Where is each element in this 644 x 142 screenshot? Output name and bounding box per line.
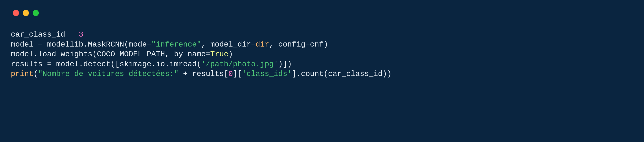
code-block: car_class_id = 3model = modellib.MaskRCN… [0, 20, 644, 79]
code-token [178, 70, 183, 78]
code-token: ) [228, 50, 233, 59]
code-token: '/path/photo.jpg' [201, 60, 278, 69]
code-token: cnf) [310, 40, 328, 49]
code-token: , model_dir [201, 40, 251, 49]
code-line: results = model.detect([skimage.io.imrea… [11, 59, 633, 69]
code-token: 0 [228, 70, 233, 78]
code-token: = [147, 40, 151, 49]
code-token [74, 30, 79, 39]
code-token: + [183, 70, 188, 78]
zoom-icon[interactable] [33, 10, 39, 16]
code-token: )]) [278, 60, 292, 69]
close-icon[interactable] [13, 10, 19, 16]
code-token: 3 [79, 30, 83, 39]
code-token: = [306, 40, 310, 49]
code-token: model.load_weights(COCO_MODEL_PATH, by_n… [11, 50, 206, 59]
code-token: = [251, 40, 256, 49]
code-window: car_class_id = 3model = modellib.MaskRCN… [0, 0, 644, 142]
code-token: = [47, 60, 52, 69]
code-line: car_class_id = 3 [11, 30, 633, 40]
minimize-icon[interactable] [23, 10, 29, 16]
code-token: , config [269, 40, 306, 49]
code-line: print("Nombre de voitures détectées:" + … [11, 69, 633, 79]
titlebar [0, 0, 644, 20]
code-token: ][ [233, 70, 242, 78]
code-token: = [70, 30, 74, 39]
code-token: print [11, 70, 34, 78]
code-token: ( [34, 70, 38, 78]
code-token: "inference" [151, 40, 201, 49]
code-token: car_class_id [11, 30, 70, 39]
code-token: model [11, 40, 38, 49]
code-token: 'class_ids' [242, 70, 292, 78]
code-token: "Nombre de voitures détectées:" [38, 70, 178, 78]
code-token: results[ [188, 70, 228, 78]
code-token: = [206, 50, 210, 59]
code-token: dir [256, 40, 269, 49]
code-token: model.detect([skimage.io.imread( [52, 60, 201, 69]
code-token: modellib.MaskRCNN(mode [42, 40, 147, 49]
code-line: model.load_weights(COCO_MODEL_PATH, by_n… [11, 50, 633, 59]
code-token: ].count(car_class_id)) [292, 70, 392, 78]
code-token: = [38, 40, 42, 49]
code-line: model = modellib.MaskRCNN(mode="inferenc… [11, 40, 633, 50]
code-token: True [210, 50, 228, 59]
code-token: results [11, 60, 47, 69]
